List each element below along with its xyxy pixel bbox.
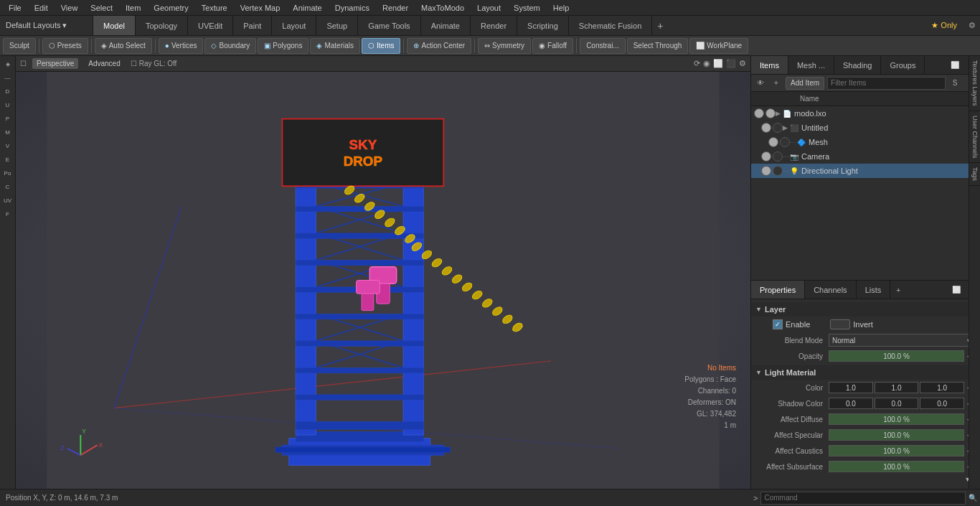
vis-dot-untitled[interactable] bbox=[761, 123, 771, 133]
right-expand-icon[interactable]: ⬜ bbox=[948, 59, 961, 72]
affect-diffuse-bar[interactable]: 100.0 % bbox=[829, 413, 964, 425]
expand-camera[interactable]: — bbox=[783, 153, 790, 160]
layout-tab-setup[interactable]: Setup bbox=[316, 16, 358, 35]
invert-toggle[interactable] bbox=[830, 319, 850, 329]
right-tab-mesh[interactable]: Mesh ... bbox=[788, 56, 834, 74]
opacity-bar[interactable]: 100.0 % bbox=[829, 350, 964, 362]
affect-specular-bar[interactable]: 100.0 % bbox=[829, 429, 964, 441]
color-b-channel[interactable]: 1.0 bbox=[920, 382, 964, 393]
auto-select-button[interactable]: ◈ Auto Select bbox=[95, 38, 152, 54]
left-tool-8[interactable]: E bbox=[1, 153, 15, 166]
prop-expand-icon[interactable]: ⬜ bbox=[950, 284, 963, 296]
layout-tab-model[interactable]: Model bbox=[93, 16, 136, 35]
left-tool-12[interactable]: F bbox=[1, 207, 15, 220]
lock-dot-modo[interactable] bbox=[765, 108, 776, 118]
boundary-button[interactable]: ◇ Boundary bbox=[204, 38, 256, 54]
items-vis-icon[interactable]: 👁 bbox=[754, 77, 767, 90]
prop-tab-lists[interactable]: Lists bbox=[857, 281, 891, 299]
left-tool-6[interactable]: M bbox=[1, 126, 15, 139]
layout-tab-topology[interactable]: Topology bbox=[136, 16, 188, 35]
layout-tab-layout[interactable]: Layout bbox=[272, 16, 316, 35]
vis-dot-light[interactable] bbox=[761, 166, 771, 176]
viewport-camera-icon[interactable]: ◉ bbox=[703, 59, 710, 68]
symmetry-button[interactable]: ⇔ Symmetry bbox=[478, 38, 531, 54]
viewport-rotate-icon[interactable]: ⟳ bbox=[694, 59, 700, 68]
items-button[interactable]: ⬡ Items bbox=[362, 38, 400, 54]
menu-item[interactable]: Item bbox=[120, 2, 146, 14]
affect-subsurface-bar[interactable]: 100.0 % bbox=[829, 461, 964, 472]
sculpt-button[interactable]: Sculpt bbox=[3, 38, 36, 54]
left-tool-3[interactable]: D bbox=[1, 85, 15, 98]
constraints-button[interactable]: Constrai... bbox=[580, 38, 626, 54]
vtab-texture-layers[interactable]: Textures Layers bbox=[969, 56, 980, 111]
layout-star-only[interactable]: ★ Only bbox=[924, 16, 964, 35]
menu-texture[interactable]: Texture bbox=[196, 2, 233, 14]
menu-maxtomodo[interactable]: MaxToModo bbox=[415, 2, 470, 14]
vis-dot-camera[interactable] bbox=[761, 151, 771, 161]
layout-tab-render[interactable]: Render bbox=[471, 16, 517, 35]
list-item[interactable]: — 💡 Directional Light bbox=[751, 164, 980, 178]
lock-dot-light[interactable] bbox=[773, 166, 783, 176]
menu-view[interactable]: View bbox=[55, 2, 84, 14]
viewport-content[interactable]: SKY DROP bbox=[16, 72, 750, 489]
layout-dropdown[interactable]: Default Layouts ▾ bbox=[0, 16, 93, 35]
command-input[interactable] bbox=[760, 492, 966, 505]
light-material-header[interactable]: ▼ Light Material bbox=[751, 365, 980, 380]
shadow-g-channel[interactable]: 0.0 bbox=[875, 398, 919, 409]
left-tool-4[interactable]: U bbox=[1, 98, 15, 111]
viewport-tab-advanced[interactable]: Advanced bbox=[84, 58, 124, 69]
right-tab-groups[interactable]: Groups bbox=[881, 56, 925, 74]
layout-tab-schematic-fusion[interactable]: Schematic Fusion bbox=[569, 16, 652, 35]
left-tool-10[interactable]: C bbox=[1, 180, 15, 193]
layout-tab-paint[interactable]: Paint bbox=[233, 16, 272, 35]
right-tab-shading[interactable]: Shading bbox=[834, 56, 881, 74]
select-through-button[interactable]: Select Through bbox=[627, 38, 689, 54]
prop-tab-plus[interactable]: + bbox=[890, 281, 906, 299]
left-tool-5[interactable]: P bbox=[1, 112, 15, 125]
prop-tab-channels[interactable]: Channels bbox=[805, 281, 856, 299]
add-item-button[interactable]: Add Item bbox=[786, 77, 824, 90]
menu-system[interactable]: System bbox=[508, 2, 546, 14]
viewport-tab-perspective[interactable]: Perspective bbox=[32, 58, 78, 69]
left-tool-9[interactable]: Po bbox=[1, 167, 15, 179]
left-tool-2[interactable]: — bbox=[1, 71, 15, 84]
menu-help[interactable]: Help bbox=[547, 2, 575, 14]
vis-dot-modo[interactable] bbox=[754, 108, 764, 118]
polygons-button[interactable]: ▣ Polygons bbox=[258, 38, 308, 54]
prop-tab-properties[interactable]: Properties bbox=[751, 281, 805, 299]
menu-edit[interactable]: Edit bbox=[29, 2, 54, 14]
falloff-button[interactable]: ◉ Falloff bbox=[532, 38, 573, 54]
shadow-r-channel[interactable]: 0.0 bbox=[829, 398, 873, 409]
layout-tab-animate[interactable]: Animate bbox=[421, 16, 471, 35]
shadow-b-channel[interactable]: 0.0 bbox=[920, 398, 964, 409]
layout-gear-button[interactable]: ⚙ bbox=[964, 16, 980, 35]
scene-area[interactable]: SKY DROP bbox=[16, 72, 750, 489]
enable-checkbox[interactable]: ✓ bbox=[773, 319, 783, 329]
presets-button[interactable]: ⬡ Presets bbox=[42, 38, 88, 54]
filter-icon[interactable]: S bbox=[948, 77, 961, 90]
left-tool-1[interactable]: ◈ bbox=[1, 57, 15, 70]
layer-section-header[interactable]: ▼ Layer bbox=[751, 302, 980, 317]
list-item[interactable]: — 🔷 Mesh bbox=[751, 135, 980, 149]
layout-plus-button[interactable]: + bbox=[652, 16, 668, 35]
enable-checkbox-wrap[interactable]: ✓ Enable bbox=[773, 319, 810, 329]
vis-dot-mesh[interactable] bbox=[768, 137, 778, 147]
lock-dot-mesh[interactable] bbox=[780, 137, 790, 147]
viewport-settings-icon[interactable]: ⚙ bbox=[739, 59, 746, 68]
layout-tab-scripting[interactable]: Scripting bbox=[517, 16, 569, 35]
list-item[interactable]: ▶ 📄 modo.lxo bbox=[751, 106, 980, 121]
menu-vertex-map[interactable]: Vertex Map bbox=[235, 2, 286, 14]
viewport-frame-icon[interactable]: ⬜ bbox=[713, 59, 723, 68]
filter-items-input[interactable] bbox=[827, 77, 946, 90]
left-tool-11[interactable]: UV bbox=[1, 194, 15, 207]
materials-button[interactable]: ◈ Materials bbox=[310, 38, 360, 54]
invert-checkbox-wrap[interactable]: Invert bbox=[830, 319, 873, 329]
affect-caustics-bar[interactable]: 100.0 % bbox=[829, 445, 964, 456]
action-center-button[interactable]: ⊕ Action Center bbox=[407, 38, 471, 54]
viewport-raygl[interactable]: ☐ Ray GL: Off bbox=[131, 60, 177, 67]
blend-mode-select[interactable]: Normal ▾ bbox=[829, 334, 974, 347]
menu-dynamics[interactable]: Dynamics bbox=[329, 2, 375, 14]
lock-dot-camera[interactable] bbox=[773, 151, 783, 161]
layout-tab-uvedit[interactable]: UVEdit bbox=[188, 16, 233, 35]
viewport-render-icon[interactable]: ⬛ bbox=[726, 59, 736, 68]
